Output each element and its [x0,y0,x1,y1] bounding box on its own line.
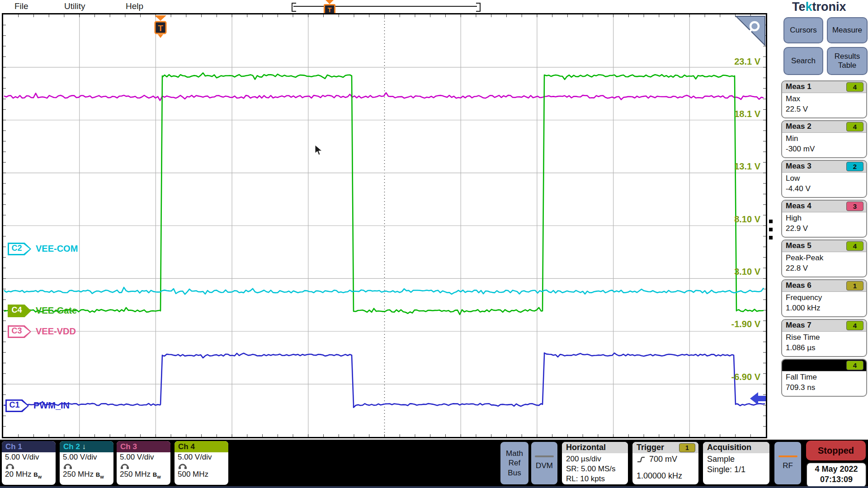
ch4-badge[interactable]: Ch 4 5.00 V/div 500 MHz BW [175,441,228,485]
bw-limit-icon: BW [153,471,161,478]
source-badge: 4 [846,321,863,330]
meas-2-badge[interactable]: Meas 24 Min-300 mV [781,120,867,158]
datetime-panel: 4 May 2022 07:13:09 [806,462,867,488]
meas-1-badge[interactable]: Meas 14 Max22.5 V [781,80,867,118]
scope-graticule: T [3,14,766,437]
source-badge: 4 [846,241,863,251]
axis-label: -1.90 V [702,319,760,329]
dvm-indicator-line [535,455,554,457]
panel-drag-handle[interactable] [768,220,774,245]
date-label: 4 May 2022 [807,464,866,474]
source-badge: 4 [846,361,863,370]
run-stop-status[interactable]: Stopped [806,441,866,460]
axis-label: 3.10 V [702,267,760,277]
rf-button[interactable]: RF [774,442,801,484]
menu-file[interactable]: File [14,1,28,11]
source-badge: 3 [846,202,863,211]
probe-icon [120,462,130,469]
bw-limit-icon: BW [96,471,104,478]
probe-icon [5,462,15,469]
time-label: 07:13:09 [807,474,866,485]
measure-button[interactable]: Measure [827,17,868,43]
search-button[interactable]: Search [783,47,823,75]
ch2-badge[interactable]: Ch 2 ↓ 5.00 V/div 250 MHz BW [60,441,113,485]
source-badge: 1 [846,281,863,291]
menu-utility[interactable]: Utility [64,1,85,11]
meas-3-badge[interactable]: Meas 32 Low-4.40 V [781,160,867,198]
ch3-badge[interactable]: Ch 3 5.00 V/div 250 MHz BW [117,441,170,485]
results-table-button[interactable]: Results Table [827,47,868,75]
svg-text:T: T [158,23,163,33]
menu-bar: File Utility Help T [0,0,868,13]
menu-help[interactable]: Help [126,1,143,11]
ground-arrow-icon: ↓ [82,442,86,451]
axis-label: 23.1 V [702,56,760,67]
meas-6-badge[interactable]: Meas 61 Frequency1.000 kHz [781,279,867,317]
source-badge: 2 [846,162,863,171]
meas-7-badge[interactable]: Meas 74 Rise Time1.086 µs [781,319,867,357]
source-badge: 4 [846,82,863,92]
trigger-panel[interactable]: Trigger 1 700 mV 1.00000 kHz [632,442,698,484]
cursors-button[interactable]: Cursors [783,17,823,43]
ch1-badge[interactable]: Ch 1 5.00 V/div 20 MHz BW [2,441,56,485]
meas-5-badge[interactable]: Meas 54 Peak-Peak22.8 V [781,239,867,277]
slider-left-bracket [292,3,296,12]
screen-edge-line [0,486,868,488]
probe-icon [178,462,188,469]
rf-indicator-line [778,455,797,457]
horizontal-position-slider[interactable] [293,6,477,7]
tektronix-logo: Tektronix [792,0,846,14]
math-ref-bus-button[interactable]: MathRefBus [500,442,528,484]
meas-4-badge[interactable]: Meas 43 High22.9 V [781,200,867,238]
bottom-bar: Ch 1 5.00 V/div 20 MHz BW Ch 2 ↓ 5.00 V/… [0,440,868,486]
source-badge: 4 [846,122,863,131]
trigger-triangle-icon [326,0,334,4]
axis-label: 18.1 V [702,109,760,119]
waveform-display: T 23.1 V 18.1 V 13.1 V 8.10 V 3.10 V -1.… [2,13,767,438]
meas-8-badge-selected[interactable]: 4 Fall Time709.3 ns [781,359,867,397]
rising-edge-icon [637,455,646,464]
dvm-button[interactable]: DVM [531,442,557,484]
horizontal-panel[interactable]: Horizontal 200 µs/div SR: 5.00 MS/s RL: … [562,442,628,484]
trigger-source-badge: 1 [679,443,695,452]
axis-label: -6.90 V [702,372,760,382]
axis-label: 13.1 V [702,161,760,172]
bw-limit-icon: BW [33,471,42,478]
slider-right-bracket [476,3,481,12]
acquisition-panel[interactable]: Acquisition Sample Single: 1/1 [703,442,769,484]
axis-label: 8.10 V [702,214,760,225]
probe-icon [63,462,73,469]
